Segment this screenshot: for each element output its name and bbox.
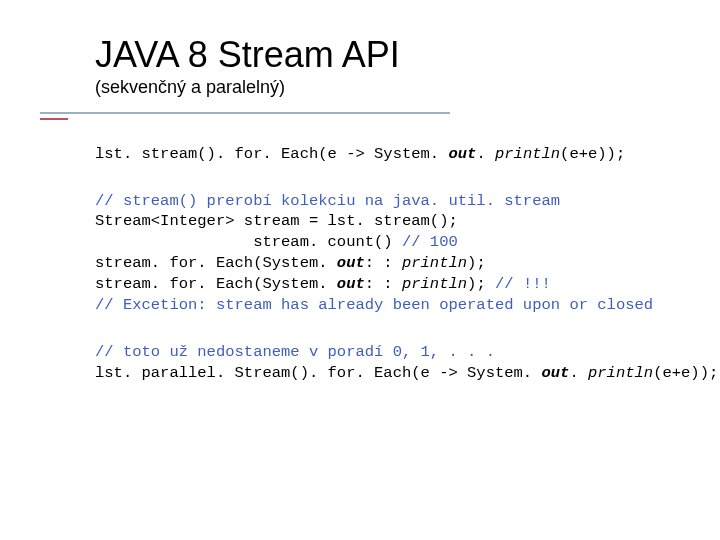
code-out: out [448, 145, 476, 163]
code-block-2: // stream() prerobí kolekciu na java. ut… [95, 191, 690, 317]
code-out: out [337, 275, 365, 293]
slide-title: JAVA 8 Stream API [95, 35, 690, 75]
code-comment: // !!! [495, 275, 551, 293]
code-text: Stream<Integer> stream = lst. stream(); [95, 212, 458, 230]
rule-long [40, 112, 450, 114]
code-comment: // toto už nedostaneme v poradí 0, 1, . … [95, 343, 495, 361]
code-text: : : [365, 275, 402, 293]
code-text: . [569, 364, 588, 382]
code-text: (e+e)); [653, 364, 718, 382]
code-out: out [337, 254, 365, 272]
code-text: (e+e)); [560, 145, 625, 163]
code-text: ); [467, 254, 486, 272]
code-comment: // 100 [402, 233, 458, 251]
rule-short [40, 118, 68, 120]
code-println: println [588, 364, 653, 382]
code-text: ); [467, 275, 495, 293]
code-text: lst. parallel. Stream(). for. Each(e -> … [95, 364, 541, 382]
code-text: . [476, 145, 495, 163]
code-text: stream. for. Each(System. [95, 254, 337, 272]
code-block-1: lst. stream(). for. Each(e -> System. ou… [95, 144, 690, 165]
code-text: stream. count() [95, 233, 402, 251]
slide-subtitle: (sekvenčný a paralelný) [95, 77, 690, 98]
code-out: out [541, 364, 569, 382]
code-text: lst. stream(). for. Each(e -> System. [95, 145, 448, 163]
code-block-3: // toto už nedostaneme v poradí 0, 1, . … [95, 342, 690, 384]
code-text: stream. for. Each(System. [95, 275, 337, 293]
code-println: println [402, 275, 467, 293]
code-println: println [495, 145, 560, 163]
title-rule [95, 102, 690, 130]
slide: JAVA 8 Stream API (sekvenčný a paralelný… [0, 0, 720, 540]
code-text: : : [365, 254, 402, 272]
code-comment: // stream() prerobí kolekciu na java. ut… [95, 192, 560, 210]
code-comment: // Excetion: stream has already been ope… [95, 296, 653, 314]
code-println: println [402, 254, 467, 272]
